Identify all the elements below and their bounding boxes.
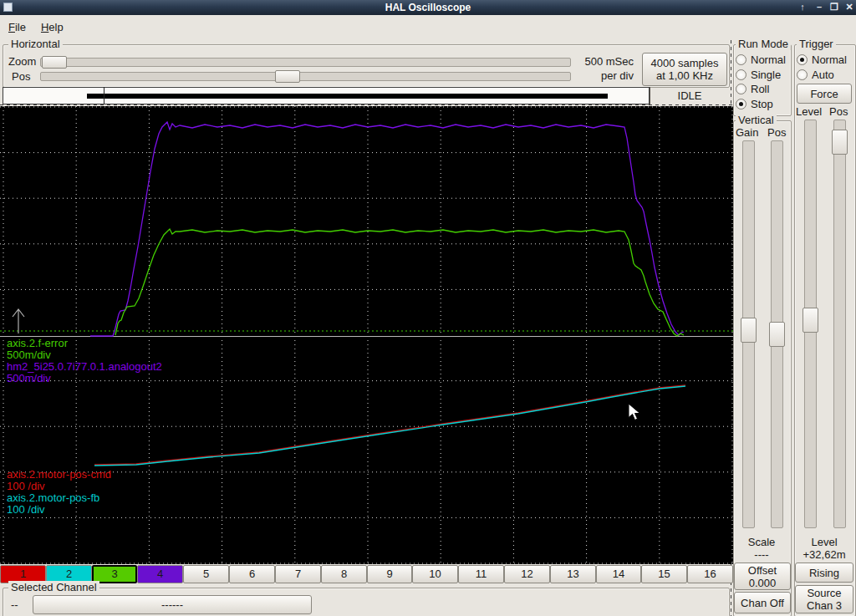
offset-button-line1: Offset [748,564,777,577]
channel-button-4[interactable]: 4 [137,565,183,583]
trace-axis.2.f-error [115,229,684,336]
trigger-position-tick [104,87,104,104]
channel-button-9[interactable]: 9 [367,565,412,583]
trigger-pos-slider[interactable] [833,120,846,528]
trigger-source-line2: Chan 3 [807,599,842,612]
vertical-pos-label: Pos [767,126,786,139]
channel-button-7[interactable]: 7 [275,565,321,583]
chan-off-button-label: Chan Off [741,597,784,609]
chan-off-button[interactable]: Chan Off [734,592,791,613]
scale-label: Scale [733,536,790,548]
run-mode-radio-stop[interactable]: Stop [736,98,773,110]
trigger-source-line1: Source [807,587,841,599]
gain-label: Gain [736,126,758,139]
selected-channel-frame-label: Selected Channel [8,581,99,593]
zoom-slider[interactable] [40,58,571,67]
trigger-radio-label: Normal [812,53,847,66]
radio-circle-icon[interactable] [736,84,746,94]
record-progress-fill [87,94,608,99]
radio-circle-icon[interactable] [736,54,746,65]
channel-button-15[interactable]: 15 [641,565,687,583]
focus-dash-top [0,104,733,105]
channel-button-13[interactable]: 13 [550,565,596,583]
selected-channel-button[interactable]: ------ [33,595,312,614]
run-mode-radio-normal[interactable]: Normal [736,53,786,66]
menubar: FileHelp [0,15,856,38]
halscope-window: HAL Oscilloscope ↑ – ❐ ✕ FileHelp Horizo… [0,0,856,616]
scope-channel-label: hm2_5i25.0.7i77.0.1.analogout2 [7,360,162,373]
trace-axis.2.motor-pos-cmd [94,385,685,465]
shade-window-icon[interactable]: ↑ [796,0,809,15]
trigger-pos-col-label: Pos [829,105,848,118]
trigger-level-col-label: Level [796,105,822,118]
channel-button-6[interactable]: 6 [229,565,275,583]
vertical-pos-slider-handle[interactable] [769,322,785,347]
channel-button-8[interactable]: 8 [321,565,367,583]
trigger-level-slider-handle[interactable] [802,308,818,333]
channel-button-10[interactable]: 10 [412,565,458,583]
channel-button-12[interactable]: 12 [504,565,550,583]
zoom-label: Zoom [8,55,36,68]
menu-item-help[interactable]: Help [34,18,70,37]
run-mode-radio-label: Single [751,69,781,81]
trigger-edge-button-label: Rising [809,567,839,579]
close-icon[interactable]: ✕ [843,0,856,15]
zoom-slider-handle[interactable] [42,56,67,69]
scope-channel-label: 100 /div [7,503,45,516]
scope-channel-label: 500m/div [7,372,51,384]
menu-item-file[interactable]: File [2,18,33,37]
force-button-label: Force [810,88,838,100]
selected-channel-value: -- [11,598,18,611]
selected-channel-button-label: ------ [161,598,183,611]
minimize-icon[interactable]: – [813,0,826,15]
scope-channel-label: axis.2.motor-pos-cmd [7,468,111,481]
samples-line1: 4000 samples [651,57,719,69]
trigger-radio-normal[interactable]: Normal [797,53,847,66]
trigger-source-button[interactable]: Source Chan 3 [795,585,853,613]
channel-button-14[interactable]: 14 [596,565,641,583]
radio-circle-icon[interactable] [797,69,808,80]
horizontal-frame-label: Horizontal [8,38,63,50]
channel-button-16[interactable]: 16 [687,565,733,583]
samples-button[interactable]: 4000 samples at 1,00 KHz [642,53,727,86]
trigger-edge-button[interactable]: Rising [795,563,853,583]
run-mode-radio-single[interactable]: Single [736,69,781,81]
offset-button-line2: 0.000 [749,577,777,589]
trigger-level-label: Level [794,536,854,548]
force-button[interactable]: Force [797,84,852,104]
run-mode-radio-label: Normal [751,53,786,66]
trace-hm2_5i25.0.7i77.0.1.analogout2 [90,122,684,336]
rate-line1: 500 mSec [577,55,634,68]
trace-axis.2.motor-pos-fb [94,386,685,466]
trigger-frame-label: Trigger [797,38,836,50]
trigger-pos-slider-handle[interactable] [832,130,848,155]
scale-value: ---- [733,548,790,561]
trigger-level-value: +32,62m [794,548,854,561]
scope-channel-label: 500m/div [7,349,51,361]
gain-slider-handle[interactable] [741,318,757,343]
radio-circle-icon[interactable] [736,69,746,80]
run-mode-radio-label: Roll [751,83,769,95]
pos-slider[interactable] [40,72,571,81]
radio-circle-icon[interactable] [736,99,746,109]
channel-button-5[interactable]: 5 [183,565,229,583]
pos-label: Pos [12,70,30,83]
scope-channel-label: axis.2.f-error [7,337,69,349]
titlebar[interactable]: HAL Oscilloscope ↑ – ❐ ✕ [0,0,856,15]
trigger-radio-label: Auto [812,69,834,81]
samples-line2: at 1,00 KHz [656,69,713,82]
channel-button-11[interactable]: 11 [458,565,504,583]
offset-button[interactable]: Offset 0.000 [734,563,791,590]
radio-circle-icon[interactable] [797,54,808,65]
run-mode-radio-roll[interactable]: Roll [736,83,769,95]
rate-line2: per div [577,69,634,82]
scope-channel-label: 100 /div [7,480,45,492]
run-mode-frame-label: Run Mode [736,38,791,50]
scope-display[interactable]: axis.2.f-error500m/divhm2_5i25.0.7i77.0.… [0,106,733,564]
trigger-radio-auto[interactable]: Auto [797,69,834,81]
restore-icon[interactable]: ❐ [828,0,841,15]
trigger-arrow-icon [13,309,24,333]
run-mode-radio-label: Stop [751,98,773,110]
pos-slider-handle[interactable] [275,70,300,83]
window-title: HAL Oscilloscope [0,2,856,13]
